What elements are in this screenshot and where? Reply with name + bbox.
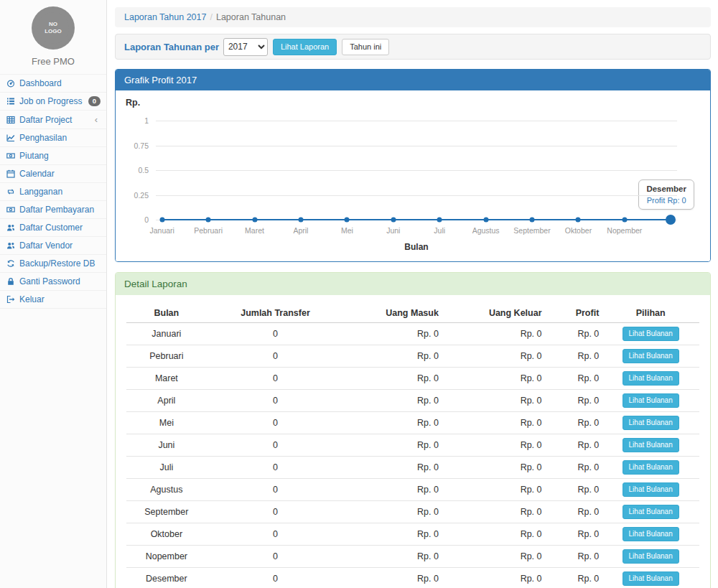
chart-point-agustus[interactable] <box>483 218 488 223</box>
view-monthly-button-pebruari[interactable]: Lihat Bulanan <box>623 349 679 363</box>
chart-point-mei[interactable] <box>345 218 350 223</box>
chart-gridline: 0.75 <box>156 146 677 146</box>
cell-jumlah_transfer: 0 <box>207 345 345 368</box>
sidebar-item-label: Daftar Customer <box>19 223 83 233</box>
money-icon <box>5 205 17 214</box>
cell-uang_keluar: Rp. 0 <box>442 412 545 434</box>
chart-point-juli[interactable] <box>437 218 442 223</box>
sidebar: NO LOGO Free PMO DashboardJob on Progres… <box>0 0 107 588</box>
sidebar-item-job-on-progress[interactable]: Job on Progress0 <box>0 93 106 111</box>
sidebar-item-daftar-customer[interactable]: Daftar Customer <box>0 219 106 237</box>
chart-tooltip-title: Desember <box>646 185 686 193</box>
sidebar-item-label: Daftar Pembayaran <box>19 205 94 215</box>
view-monthly-button-september[interactable]: Lihat Bulanan <box>623 505 679 519</box>
cell-jumlah_transfer: 0 <box>207 368 345 390</box>
sidebar-item-keluar[interactable]: Keluar <box>0 291 106 309</box>
chart-y-tick-label: 0.5 <box>138 166 149 174</box>
sidebar-item-langganan[interactable]: Langganan <box>0 183 106 201</box>
view-monthly-button-april[interactable]: Lihat Bulanan <box>623 393 679 408</box>
view-monthly-button-oktober[interactable]: Lihat Bulanan <box>623 527 679 541</box>
sidebar-item-piutang[interactable]: Piutang <box>0 147 106 165</box>
year-filter-label: Laporan Tahunan per <box>124 42 219 52</box>
view-monthly-button-desember[interactable]: Lihat Bulanan <box>623 571 679 586</box>
table-row-desember: Desember0Rp. 0Rp. 0Rp. 0Lihat Bulanan <box>126 568 699 588</box>
chart-gridline: 0.5 <box>156 170 677 171</box>
view-monthly-button-juni[interactable]: Lihat Bulanan <box>623 438 679 452</box>
cell-pilihan: Lihat Bulanan <box>602 323 699 345</box>
cell-pilihan: Lihat Bulanan <box>602 345 699 368</box>
view-monthly-button-agustus[interactable]: Lihat Bulanan <box>623 482 679 497</box>
cell-uang_masuk: Rp. 0 <box>344 390 442 412</box>
table-row-nopember: Nopember0Rp. 0Rp. 0Rp. 0Lihat Bulanan <box>126 546 699 568</box>
chart-point-april[interactable] <box>298 218 303 223</box>
cell-profit: Rp. 0 <box>545 546 602 568</box>
report-table: BulanJumlah TransferUang MasukUang Kelua… <box>126 304 699 588</box>
view-monthly-button-januari[interactable]: Lihat Bulanan <box>623 327 679 341</box>
chart-point-juni[interactable] <box>391 218 396 223</box>
line-chart-icon <box>5 134 17 142</box>
chart-point-desember[interactable] <box>666 215 676 225</box>
logo: NO LOGO <box>0 0 106 50</box>
view-monthly-button-maret[interactable]: Lihat Bulanan <box>623 371 679 386</box>
chart-x-tick-label: Juli <box>434 226 445 235</box>
cell-uang_keluar: Rp. 0 <box>442 323 545 345</box>
sidebar-item-dashboard[interactable]: Dashboard <box>0 75 106 93</box>
chart-point-september[interactable] <box>530 218 535 223</box>
chart-x-tick-label: Juni <box>386 226 400 235</box>
column-header-jumlah-transfer: Jumlah Transfer <box>207 304 345 323</box>
this-year-button[interactable]: Tahun ini <box>342 39 389 55</box>
cell-jumlah_transfer: 0 <box>207 546 345 568</box>
cell-pilihan: Lihat Bulanan <box>602 434 699 457</box>
view-report-button[interactable]: Lihat Laporan <box>273 39 337 55</box>
cell-uang_masuk: Rp. 0 <box>344 501 442 523</box>
sidebar-item-ganti-password[interactable]: Ganti Password <box>0 273 106 291</box>
detail-report-title: Detail Laporan <box>116 273 710 295</box>
main-content: Laporan Tahun 2017/Laporan Tahunan Lapor… <box>107 0 718 588</box>
cell-uang_keluar: Rp. 0 <box>442 568 545 588</box>
chart-point-pebruari[interactable] <box>206 218 211 223</box>
chart-point-nopember[interactable] <box>622 218 627 223</box>
app-window: NO LOGO Free PMO DashboardJob on Progres… <box>0 0 718 588</box>
view-monthly-button-juli[interactable]: Lihat Bulanan <box>623 460 679 475</box>
sidebar-menu: DashboardJob on Progress0Daftar Project‹… <box>0 74 106 309</box>
chart-point-maret[interactable] <box>252 218 257 223</box>
cell-jumlah_transfer: 0 <box>207 390 345 412</box>
sidebar-item-daftar-vendor[interactable]: Daftar Vendor <box>0 237 106 255</box>
sidebar-item-calendar[interactable]: Calendar <box>0 165 106 183</box>
view-monthly-button-mei[interactable]: Lihat Bulanan <box>623 416 679 430</box>
cell-uang_masuk: Rp. 0 <box>344 546 442 568</box>
sidebar-item-label: Ganti Password <box>19 276 80 286</box>
column-header-bulan: Bulan <box>126 304 207 323</box>
cell-pilihan: Lihat Bulanan <box>602 501 699 523</box>
breadcrumb-link-laporan-tahun[interactable]: Laporan Tahun 2017 <box>124 12 206 22</box>
chart-point-oktober[interactable] <box>576 218 581 223</box>
chart-x-tick-label: Maret <box>245 226 264 235</box>
cell-bulan: Agustus <box>126 479 207 501</box>
job-count-badge: 0 <box>88 96 101 106</box>
chart-x-tick-label: April <box>293 226 308 235</box>
cell-jumlah_transfer: 0 <box>207 479 345 501</box>
chart-x-axis-label: Bulan <box>404 242 428 252</box>
table-row-september: September0Rp. 0Rp. 0Rp. 0Lihat Bulanan <box>126 501 699 523</box>
table-row-mei: Mei0Rp. 0Rp. 0Rp. 0Lihat Bulanan <box>126 412 699 434</box>
cell-profit: Rp. 0 <box>545 323 602 345</box>
cell-pilihan: Lihat Bulanan <box>602 368 699 390</box>
view-monthly-button-nopember[interactable]: Lihat Bulanan <box>623 549 679 564</box>
cell-jumlah_transfer: 0 <box>207 412 345 434</box>
cell-bulan: Mei <box>126 412 207 434</box>
profit-chart: Rp. Desember Profit Rp: 0 Bulan 10.750.5… <box>116 90 710 261</box>
cell-profit: Rp. 0 <box>545 479 602 501</box>
lock-icon <box>5 277 17 286</box>
sidebar-item-penghasilan[interactable]: Penghasilan <box>0 129 106 147</box>
column-header-uang-masuk: Uang Masuk <box>344 304 442 323</box>
cell-uang_masuk: Rp. 0 <box>344 568 442 588</box>
year-select[interactable]: 2017 <box>223 38 268 56</box>
sidebar-item-label: Langganan <box>19 187 62 197</box>
users-icon <box>5 223 17 232</box>
chart-point-januari[interactable] <box>159 218 164 223</box>
breadcrumb-current: Laporan Tahunan <box>216 12 286 22</box>
sidebar-item-daftar-pembayaran[interactable]: Daftar Pembayaran <box>0 201 106 219</box>
sidebar-item-backup-restore-db[interactable]: Backup/Restore DB <box>0 255 106 273</box>
column-header-pilihan: Pilihan <box>602 304 699 323</box>
sidebar-item-daftar-project[interactable]: Daftar Project‹ <box>0 111 106 129</box>
